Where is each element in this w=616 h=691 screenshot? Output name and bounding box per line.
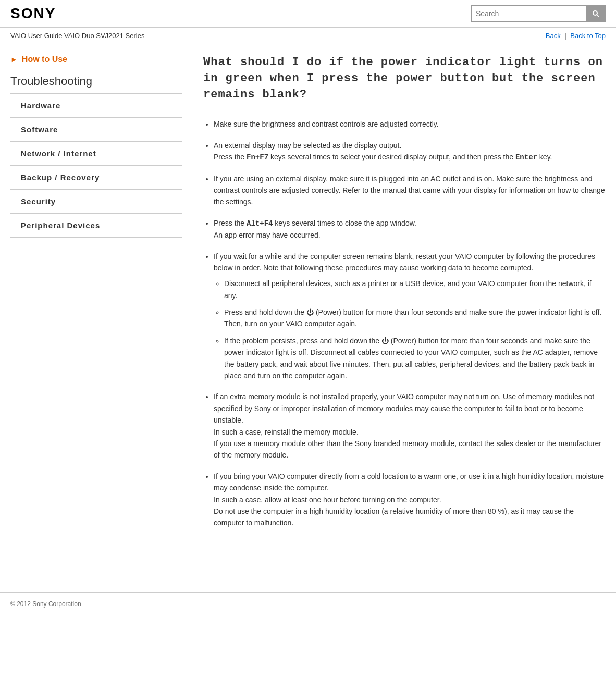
back-to-top-link[interactable]: Back to Top: [570, 32, 606, 40]
main: ► How to Use Troubleshooting Hardware So…: [0, 44, 616, 582]
search-container: [471, 5, 606, 22]
how-to-use-label: How to Use: [22, 55, 67, 64]
chevron-right-icon: ►: [10, 55, 18, 64]
nav-links: Back | Back to Top: [546, 32, 606, 40]
sub-bullet-list: Disconnect all peripheral devices, such …: [224, 278, 606, 381]
key-fn-f7: Fn+F7: [247, 153, 268, 162]
page-title: What should I do if the power indicator …: [203, 55, 606, 103]
sub-bullet-1: Disconnect all peripheral devices, such …: [224, 279, 592, 299]
sidebar-item-security[interactable]: Security: [10, 190, 182, 213]
content-divider: [203, 545, 606, 545]
header: SONY: [0, 0, 616, 28]
list-item: If an extra memory module is not install…: [214, 391, 606, 461]
bullet-text-6: If an extra memory module is not install…: [214, 392, 601, 459]
footer: © 2012 Sony Corporation: [0, 592, 616, 615]
list-item: Disconnect all peripheral devices, such …: [224, 278, 606, 301]
list-item: If you are using an external display, ma…: [214, 173, 606, 208]
sidebar-divider-6: [10, 237, 182, 238]
list-item: Press and hold down the ⏻ (Power) button…: [224, 306, 606, 330]
list-item: An external display may be selected as t…: [214, 140, 606, 164]
sidebar-item-peripheral-devices[interactable]: Peripheral Devices: [10, 214, 182, 237]
content: What should I do if the power indicator …: [203, 55, 606, 561]
list-item: Press the Alt+F4 keys several times to c…: [214, 217, 606, 241]
bullet-text-1: Make sure the brightness and contrast co…: [214, 120, 439, 128]
sidebar: ► How to Use Troubleshooting Hardware So…: [10, 55, 182, 561]
list-item: If you wait for a while and the computer…: [214, 251, 606, 382]
logo: SONY: [10, 5, 56, 22]
sidebar-item-network-internet[interactable]: Network / Internet: [10, 142, 182, 165]
sub-header: VAIO User Guide VAIO Duo SVJ2021 Series …: [0, 28, 616, 44]
breadcrumb: VAIO User Guide VAIO Duo SVJ2021 Series: [10, 32, 144, 40]
search-icon: [592, 10, 599, 17]
sidebar-section-title: Troubleshooting: [10, 75, 182, 88]
content-bullet-list: Make sure the brightness and contrast co…: [214, 118, 606, 528]
sidebar-item-software[interactable]: Software: [10, 118, 182, 141]
search-input[interactable]: [472, 7, 586, 20]
list-item: Make sure the brightness and contrast co…: [214, 118, 606, 130]
bullet-text-7: If you bring your VAIO computer directly…: [214, 472, 604, 527]
list-item: If you bring your VAIO computer directly…: [214, 471, 606, 529]
bullet-text-3: If you are using an external display, ma…: [214, 175, 605, 206]
how-to-use[interactable]: ► How to Use: [10, 55, 182, 64]
list-item: If the problem persists, press and hold …: [224, 335, 606, 382]
sub-bullet-3: If the problem persists, press and hold …: [224, 337, 598, 380]
key-enter: Enter: [515, 153, 537, 162]
bullet-text-4: Press the Alt+F4 keys several times to c…: [214, 219, 416, 239]
sidebar-item-hardware[interactable]: Hardware: [10, 94, 182, 117]
search-button[interactable]: [586, 6, 605, 21]
sidebar-item-backup-recovery[interactable]: Backup / Recovery: [10, 166, 182, 189]
nav-separator: |: [564, 32, 566, 40]
bullet-text-2: An external display may be selected as t…: [214, 141, 552, 161]
svg-point-0: [593, 11, 597, 15]
key-alt-f4: Alt+F4: [247, 219, 273, 228]
svg-line-1: [597, 15, 599, 17]
bullet-text-5: If you wait for a while and the computer…: [214, 252, 595, 272]
sub-bullet-2: Press and hold down the ⏻ (Power) button…: [224, 308, 601, 328]
back-link[interactable]: Back: [546, 32, 561, 40]
copyright: © 2012 Sony Corporation: [10, 600, 81, 608]
